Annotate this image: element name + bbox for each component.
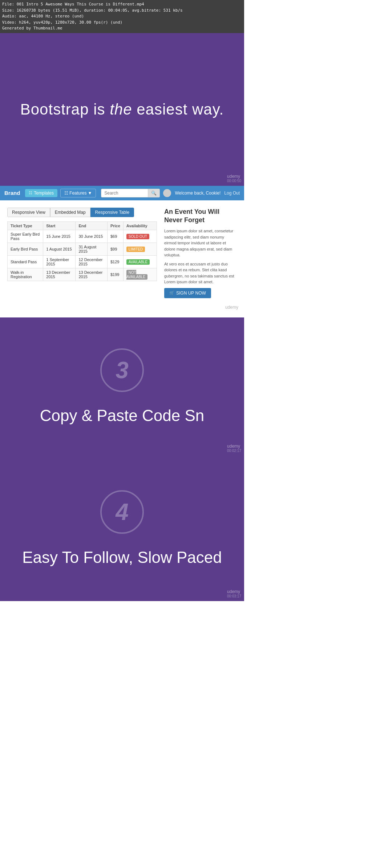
availability-badge: LIMITED (126, 247, 145, 252)
table-row: Walk-in Registration (8, 268, 43, 281)
demo-section: Brand ☷ Templates ☷ Features ▼ 🔍 Welcome… (0, 186, 244, 317)
hero-text-em: the (110, 101, 132, 118)
hero-watermark: udemy 00:00:50 (227, 174, 241, 183)
file-info-bar: File: 001 Intro 5 Awesome Ways This Cour… (0, 0, 244, 33)
col-end: End (76, 221, 108, 230)
caret-icon: ▼ (88, 191, 92, 196)
col-price: Price (107, 221, 123, 230)
search-input[interactable] (101, 189, 148, 197)
step3-circle: 3 (100, 348, 144, 392)
avatar (163, 189, 171, 197)
file-info-line4: Video: h264, yuv420p, 1280x720, 30.00 fp… (2, 20, 242, 26)
demo-right: An Event You Will Never Forget Lorem ips… (164, 208, 237, 298)
step4-number: 4 (116, 499, 129, 525)
welcome-text: Welcome back, Cookie! (175, 191, 221, 196)
table-row: Standard Pass (8, 255, 43, 268)
step3-timestamp: 00:02:17 (227, 449, 241, 453)
file-info-line5: Generated by Thumbnail.me (2, 25, 242, 32)
step4-watermark: udemy 00:03:17 (227, 589, 241, 598)
file-info-line3: Audio: aac, 44100 Hz, stereo (und) (2, 13, 242, 20)
demo-watermark: udemy 00:01:38 (0, 303, 241, 315)
tab-responsive-table[interactable]: Responsive Table (90, 208, 134, 217)
table-row: Super Early Bird Pass (8, 230, 43, 243)
event-para1: Lorem ipsum dolor sit amet, consetetur s… (164, 228, 237, 258)
demo-content: Responsive View Embedded Map Responsive … (0, 200, 244, 305)
th-small-icon: ☷ (64, 191, 68, 196)
step3-watermark: udemy 00:02:17 (227, 444, 241, 453)
step3-section: 3 Copy & Paste Code Sn udemy 00:02:17 (0, 317, 244, 456)
tab-responsive-view[interactable]: Responsive View (7, 208, 50, 217)
step4-timestamp: 00:03:17 (227, 594, 241, 598)
features-button[interactable]: ☷ Features ▼ (60, 189, 96, 197)
logout-link[interactable]: Log Out (224, 191, 240, 196)
tab-embedded-map[interactable]: Embedded Map (50, 208, 90, 217)
step4-section: 4 Easy To Follow, Slow Paced udemy 00:03… (0, 456, 244, 601)
file-info-line2: Size: 16260738 bytes (15.51 MiB), durati… (2, 8, 242, 14)
th-icon: ☷ (29, 191, 32, 195)
col-availability: Availability (123, 221, 157, 230)
step4-title: Easy To Follow, Slow Paced (22, 548, 222, 567)
demo-tabs: Responsive View Embedded Map Responsive … (7, 208, 157, 217)
hero-text-pre: Bootstrap is (20, 101, 110, 118)
event-para2: At vero eos et accusam et justo duo dolo… (164, 261, 237, 285)
demo-timestamp: 00:01:38 (0, 310, 238, 314)
step3-title: Copy & Paste Code Sn (40, 407, 204, 425)
signup-button[interactable]: 🛒 SIGN UP NOW (164, 288, 211, 298)
search-bar: 🔍 (101, 189, 160, 197)
navbar-right: Welcome back, Cookie! Log Out (163, 189, 240, 197)
col-start: Start (43, 221, 76, 230)
search-button[interactable]: 🔍 (148, 189, 160, 197)
availability-badge: AVAILABLE (126, 259, 150, 265)
availability-badge: NOT AVAILABLE (126, 270, 147, 280)
navbar-brand: Brand (4, 190, 20, 196)
event-title: An Event You Will Never Forget (164, 208, 237, 225)
demo-left: Responsive View Embedded Map Responsive … (7, 208, 157, 298)
availability-badge: SOLD OUT (126, 234, 149, 239)
hero-timestamp: 00:00:50 (227, 179, 241, 183)
ticket-table: Ticket Type Start End Price Availability… (7, 221, 157, 281)
hero-text-post: easiest way. (132, 101, 224, 118)
step4-circle: 4 (100, 490, 144, 534)
file-info-line1: File: 001 Intro 5 Awesome Ways This Cour… (2, 1, 242, 8)
hero-section: Bootstrap is the easiest way. udemy 00:0… (0, 33, 244, 186)
navbar: Brand ☷ Templates ☷ Features ▼ 🔍 Welcome… (0, 186, 244, 200)
table-row: Early Bird Pass (8, 243, 43, 255)
step3-number: 3 (116, 357, 129, 384)
cart-icon: 🛒 (169, 291, 174, 295)
hero-headline: Bootstrap is the easiest way. (20, 101, 224, 118)
col-ticket-type: Ticket Type (8, 221, 43, 230)
templates-button[interactable]: ☷ Templates (25, 189, 57, 197)
